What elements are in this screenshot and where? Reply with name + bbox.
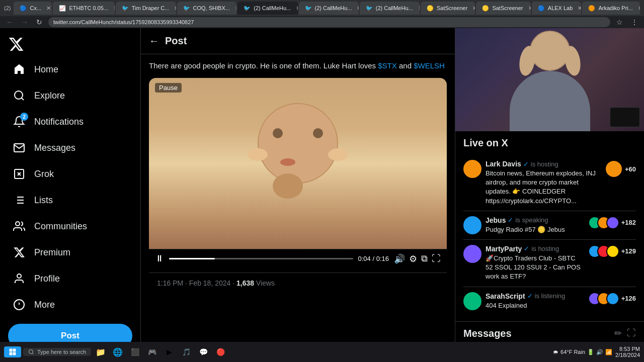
live-info-marty: MartyParty ✓ is hosting 🚀Crypto Traders … [486,245,584,282]
tab-label-6: (2) CallMeHu... [315,5,352,11]
forward-button[interactable]: → [19,18,30,26]
tab-tim[interactable]: 🐦Tim Draper C...✕ [116,2,176,15]
taskbar-media[interactable]: ▶ [162,344,177,359]
fullscreen-button[interactable]: ⛶ [432,253,441,264]
bookmark-button[interactable]: ☆ [614,18,625,26]
sys-tray: 🌧 64°F Rain 🔋 🔊 📶 [553,349,612,355]
tab-coq[interactable]: 🐦COQ, SHIBX...✕ [177,2,237,15]
tab-alex[interactable]: 🔵ALEX Lab✕ [532,2,582,15]
mute-button[interactable]: 🔊 [394,253,405,264]
post-button[interactable]: Post [8,324,132,342]
tab-label-10: ALEX Lab [548,5,573,11]
sidebar-item-explore[interactable]: Explore [4,83,136,108]
post-meta-separator: · [232,279,236,287]
video-current-time: 0:04 [358,255,371,262]
sys-icon-3[interactable]: 📶 [605,349,612,355]
taskbar-explorer[interactable]: 📁 [93,344,108,359]
notifications-label: Notifications [34,117,84,127]
tab-close-2[interactable]: ✕ [113,5,115,12]
live-avatar-lark[interactable] [463,160,481,178]
weather-icon: 🌧 [553,349,558,355]
video-frame: Pause [149,78,447,249]
live-participants-jebus[interactable]: +182 [588,216,636,229]
sidebar-item-communities[interactable]: Communities [4,214,136,238]
taskbar-app1[interactable]: 💬 [196,344,211,359]
taskbar-app2[interactable]: 🔴 [213,344,228,359]
grok-label: Grok [34,169,54,179]
back-button[interactable]: ← [149,35,159,47]
tab-close-6[interactable]: ✕ [357,5,358,12]
tab-close-4[interactable]: ✕ [235,5,236,12]
taskbar-chrome[interactable]: 🌐 [110,344,125,359]
sidebar-item-premium[interactable]: Premium [4,240,136,264]
sidebar-item-lists[interactable]: Lists [4,188,136,212]
tab-close-1[interactable]: ✕ [46,5,51,12]
live-desc-lark: Bitcoin news, Ethereum explodes, INJ air… [486,169,601,206]
tab-callmehunch-2[interactable]: 🐦(2) CallMeHu...✕ [299,2,359,15]
live-avatar-sarah[interactable] [463,292,481,310]
pause-play-button[interactable]: ⏸ [155,253,164,264]
post-hashtag-welsh[interactable]: $WELSH [414,61,445,70]
live-item-lark: Lark Davis ✓ is hosting Bitcoin news, Et… [463,155,636,211]
refresh-button[interactable]: ↻ [34,18,44,26]
tab-close-8[interactable]: ✕ [472,5,475,12]
video-separator: / [372,255,376,262]
x-logo[interactable] [0,32,140,56]
svg-point-0 [15,91,23,99]
taskbar-search-bar[interactable]: Type here to search [23,348,91,356]
sidebar-item-messages[interactable]: Messages [4,136,136,160]
tab-label-11: Arkadiko Pri... [598,5,632,11]
time-display[interactable]: 8:53 PM 2/18/2024 [615,346,640,358]
expand-messages-icon[interactable]: ⛶ [627,328,636,339]
tab-close-11[interactable]: ✕ [638,5,640,12]
tab-close-5[interactable]: ✕ [296,5,297,12]
post-title: Post [165,35,187,47]
live-avatar-jebus[interactable] [463,216,481,234]
tab-close-3[interactable]: ✕ [174,5,176,12]
tab-arkadiko[interactable]: 🟠Arkadiko Pri...✕ [582,2,640,15]
live-desc-sarah: 404 Explained [486,301,584,310]
live-participants-sarah[interactable]: +126 [588,292,636,305]
taskbar-spotify[interactable]: 🎵 [179,344,194,359]
tab-close-10[interactable]: ✕ [578,5,581,12]
tab-favicon-6: 🐦 [305,5,312,12]
settings-button[interactable]: ⚙ [409,253,417,264]
tab-ethbtc[interactable]: 📈ETHBTC 0.05...✕ [53,2,114,15]
live-participants-lark[interactable]: +60 [605,160,636,178]
more-label: More [34,300,55,310]
tab-label-7: (2) CallMeHu... [376,5,413,11]
taskbar-terminal[interactable]: ⬛ [127,344,142,359]
right-panel: Live on X Lark Davis ✓ is hosting Bitcoi… [455,28,644,342]
post-text-and: and [399,61,412,70]
video-controls[interactable]: ⏸ 0:04 / 0:16 🔊 ⚙ ⧉ ⛶ [149,249,447,268]
post-hashtag-stx[interactable]: $STX [378,61,397,70]
tab-callmehunch-active[interactable]: 🐦(2) CallMeHu...✕ [237,2,297,15]
sidebar-item-home[interactable]: Home [4,57,136,81]
video-progress-bar[interactable] [169,258,353,259]
tab-callmehunch-3[interactable]: 🐦(2) CallMeHu...✕ [360,2,420,15]
live-avatar-marty[interactable] [463,245,481,263]
sys-icon-1[interactable]: 🔋 [587,349,594,355]
tab-close-9[interactable]: ✕ [528,5,531,12]
taskbar-steam[interactable]: 🎮 [144,344,159,359]
address-bar[interactable]: twitter.com/CallMeHunch/status/175928083… [48,17,610,27]
clock-date: 2/18/2024 [615,352,640,358]
tab-cx[interactable]: 🔵Cx...✕ [14,2,52,15]
sidebar-item-grok[interactable]: Grok [4,162,136,186]
tab-satscreener-1[interactable]: 🟡SatScreener✕ [421,2,475,15]
messages-icon [12,141,26,155]
back-button[interactable]: ← [4,18,15,26]
sys-icon-2[interactable]: 🔊 [596,349,603,355]
sidebar-item-more[interactable]: More [4,293,136,317]
tab-satscreener-2[interactable]: 🟡SatScreener✕ [476,2,530,15]
svg-rect-17 [10,349,13,352]
pip-button[interactable]: ⧉ [421,253,428,264]
live-participants-marty[interactable]: +129 [588,245,636,258]
profile-icon [12,272,26,286]
menu-button[interactable]: ⋮ [629,18,640,26]
sidebar-item-notifications[interactable]: 2 Notifications [4,110,136,134]
sidebar-item-profile[interactable]: Profile [4,266,136,291]
start-button[interactable] [4,346,21,357]
new-message-icon[interactable]: ✏ [614,328,622,339]
tab-close-7[interactable]: ✕ [418,5,420,12]
